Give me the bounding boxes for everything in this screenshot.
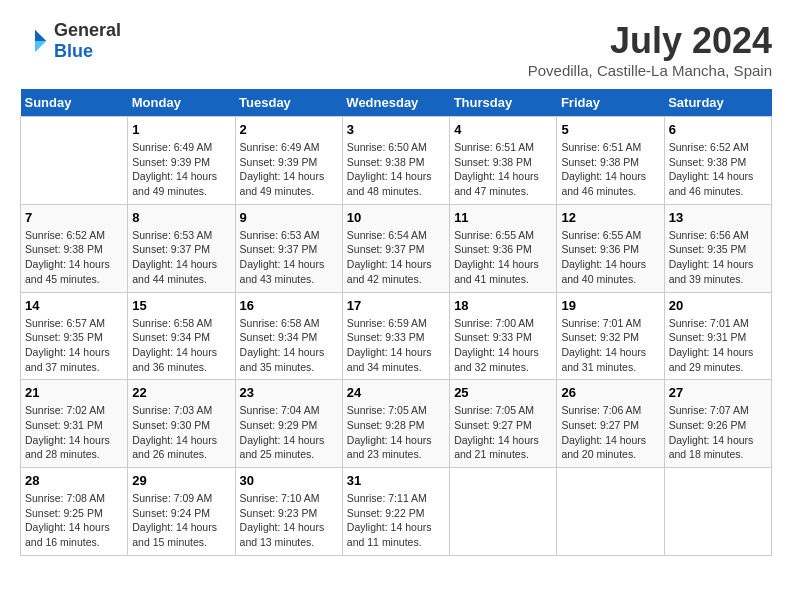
logo-general: General xyxy=(54,20,121,40)
svg-marker-0 xyxy=(35,30,46,41)
calendar-cell: 4Sunrise: 6:51 AM Sunset: 9:38 PM Daylig… xyxy=(450,117,557,205)
week-row-2: 7Sunrise: 6:52 AM Sunset: 9:38 PM Daylig… xyxy=(21,204,772,292)
day-content: Sunrise: 6:59 AM Sunset: 9:33 PM Dayligh… xyxy=(347,316,445,375)
day-content: Sunrise: 6:53 AM Sunset: 9:37 PM Dayligh… xyxy=(240,228,338,287)
calendar-cell: 15Sunrise: 6:58 AM Sunset: 9:34 PM Dayli… xyxy=(128,292,235,380)
day-number: 19 xyxy=(561,298,659,313)
day-number: 10 xyxy=(347,210,445,225)
day-content: Sunrise: 6:49 AM Sunset: 9:39 PM Dayligh… xyxy=(132,140,230,199)
calendar-cell: 27Sunrise: 7:07 AM Sunset: 9:26 PM Dayli… xyxy=(664,380,771,468)
header-row: SundayMondayTuesdayWednesdayThursdayFrid… xyxy=(21,89,772,117)
svg-marker-1 xyxy=(35,41,46,52)
day-number: 16 xyxy=(240,298,338,313)
title-block: July 2024 Povedilla, Castille-La Mancha,… xyxy=(528,20,772,79)
calendar-cell: 29Sunrise: 7:09 AM Sunset: 9:24 PM Dayli… xyxy=(128,468,235,556)
day-content: Sunrise: 6:58 AM Sunset: 9:34 PM Dayligh… xyxy=(240,316,338,375)
logo-icon xyxy=(20,26,50,56)
page-header: General Blue July 2024 Povedilla, Castil… xyxy=(20,20,772,79)
calendar-cell: 25Sunrise: 7:05 AM Sunset: 9:27 PM Dayli… xyxy=(450,380,557,468)
calendar-cell: 14Sunrise: 6:57 AM Sunset: 9:35 PM Dayli… xyxy=(21,292,128,380)
calendar-cell: 7Sunrise: 6:52 AM Sunset: 9:38 PM Daylig… xyxy=(21,204,128,292)
day-number: 6 xyxy=(669,122,767,137)
day-content: Sunrise: 6:53 AM Sunset: 9:37 PM Dayligh… xyxy=(132,228,230,287)
day-number: 17 xyxy=(347,298,445,313)
day-content: Sunrise: 7:05 AM Sunset: 9:28 PM Dayligh… xyxy=(347,403,445,462)
day-header-tuesday: Tuesday xyxy=(235,89,342,117)
day-content: Sunrise: 7:08 AM Sunset: 9:25 PM Dayligh… xyxy=(25,491,123,550)
day-content: Sunrise: 7:07 AM Sunset: 9:26 PM Dayligh… xyxy=(669,403,767,462)
day-content: Sunrise: 7:02 AM Sunset: 9:31 PM Dayligh… xyxy=(25,403,123,462)
day-number: 7 xyxy=(25,210,123,225)
calendar-cell xyxy=(21,117,128,205)
day-content: Sunrise: 7:01 AM Sunset: 9:32 PM Dayligh… xyxy=(561,316,659,375)
calendar-header: SundayMondayTuesdayWednesdayThursdayFrid… xyxy=(21,89,772,117)
day-number: 25 xyxy=(454,385,552,400)
day-content: Sunrise: 6:49 AM Sunset: 9:39 PM Dayligh… xyxy=(240,140,338,199)
day-content: Sunrise: 6:50 AM Sunset: 9:38 PM Dayligh… xyxy=(347,140,445,199)
calendar-cell: 1Sunrise: 6:49 AM Sunset: 9:39 PM Daylig… xyxy=(128,117,235,205)
calendar-cell: 12Sunrise: 6:55 AM Sunset: 9:36 PM Dayli… xyxy=(557,204,664,292)
day-content: Sunrise: 6:54 AM Sunset: 9:37 PM Dayligh… xyxy=(347,228,445,287)
calendar-cell: 20Sunrise: 7:01 AM Sunset: 9:31 PM Dayli… xyxy=(664,292,771,380)
day-content: Sunrise: 6:57 AM Sunset: 9:35 PM Dayligh… xyxy=(25,316,123,375)
day-number: 22 xyxy=(132,385,230,400)
day-header-sunday: Sunday xyxy=(21,89,128,117)
day-content: Sunrise: 7:05 AM Sunset: 9:27 PM Dayligh… xyxy=(454,403,552,462)
calendar-cell: 16Sunrise: 6:58 AM Sunset: 9:34 PM Dayli… xyxy=(235,292,342,380)
day-number: 15 xyxy=(132,298,230,313)
day-number: 8 xyxy=(132,210,230,225)
day-number: 31 xyxy=(347,473,445,488)
day-number: 2 xyxy=(240,122,338,137)
week-row-1: 1Sunrise: 6:49 AM Sunset: 9:39 PM Daylig… xyxy=(21,117,772,205)
day-number: 14 xyxy=(25,298,123,313)
day-content: Sunrise: 6:56 AM Sunset: 9:35 PM Dayligh… xyxy=(669,228,767,287)
day-number: 4 xyxy=(454,122,552,137)
calendar-cell: 24Sunrise: 7:05 AM Sunset: 9:28 PM Dayli… xyxy=(342,380,449,468)
day-number: 20 xyxy=(669,298,767,313)
day-header-saturday: Saturday xyxy=(664,89,771,117)
calendar-cell: 11Sunrise: 6:55 AM Sunset: 9:36 PM Dayli… xyxy=(450,204,557,292)
logo-text: General Blue xyxy=(54,20,121,62)
logo-blue: Blue xyxy=(54,41,93,61)
calendar-cell: 31Sunrise: 7:11 AM Sunset: 9:22 PM Dayli… xyxy=(342,468,449,556)
week-row-5: 28Sunrise: 7:08 AM Sunset: 9:25 PM Dayli… xyxy=(21,468,772,556)
calendar-body: 1Sunrise: 6:49 AM Sunset: 9:39 PM Daylig… xyxy=(21,117,772,556)
calendar-cell: 10Sunrise: 6:54 AM Sunset: 9:37 PM Dayli… xyxy=(342,204,449,292)
day-number: 27 xyxy=(669,385,767,400)
main-title: July 2024 xyxy=(528,20,772,62)
day-number: 26 xyxy=(561,385,659,400)
day-content: Sunrise: 6:51 AM Sunset: 9:38 PM Dayligh… xyxy=(454,140,552,199)
calendar-cell: 19Sunrise: 7:01 AM Sunset: 9:32 PM Dayli… xyxy=(557,292,664,380)
calendar-cell: 30Sunrise: 7:10 AM Sunset: 9:23 PM Dayli… xyxy=(235,468,342,556)
calendar-cell: 22Sunrise: 7:03 AM Sunset: 9:30 PM Dayli… xyxy=(128,380,235,468)
day-number: 3 xyxy=(347,122,445,137)
day-content: Sunrise: 6:52 AM Sunset: 9:38 PM Dayligh… xyxy=(25,228,123,287)
calendar-cell: 2Sunrise: 6:49 AM Sunset: 9:39 PM Daylig… xyxy=(235,117,342,205)
calendar-cell: 13Sunrise: 6:56 AM Sunset: 9:35 PM Dayli… xyxy=(664,204,771,292)
day-number: 30 xyxy=(240,473,338,488)
calendar-cell: 21Sunrise: 7:02 AM Sunset: 9:31 PM Dayli… xyxy=(21,380,128,468)
calendar-cell xyxy=(557,468,664,556)
day-number: 13 xyxy=(669,210,767,225)
day-content: Sunrise: 6:55 AM Sunset: 9:36 PM Dayligh… xyxy=(454,228,552,287)
logo: General Blue xyxy=(20,20,121,62)
calendar-cell xyxy=(450,468,557,556)
day-number: 18 xyxy=(454,298,552,313)
day-number: 21 xyxy=(25,385,123,400)
day-number: 23 xyxy=(240,385,338,400)
calendar-cell: 26Sunrise: 7:06 AM Sunset: 9:27 PM Dayli… xyxy=(557,380,664,468)
day-content: Sunrise: 7:04 AM Sunset: 9:29 PM Dayligh… xyxy=(240,403,338,462)
day-number: 1 xyxy=(132,122,230,137)
calendar-cell: 5Sunrise: 6:51 AM Sunset: 9:38 PM Daylig… xyxy=(557,117,664,205)
week-row-4: 21Sunrise: 7:02 AM Sunset: 9:31 PM Dayli… xyxy=(21,380,772,468)
day-content: Sunrise: 7:00 AM Sunset: 9:33 PM Dayligh… xyxy=(454,316,552,375)
day-header-friday: Friday xyxy=(557,89,664,117)
day-number: 11 xyxy=(454,210,552,225)
day-content: Sunrise: 7:06 AM Sunset: 9:27 PM Dayligh… xyxy=(561,403,659,462)
day-content: Sunrise: 7:09 AM Sunset: 9:24 PM Dayligh… xyxy=(132,491,230,550)
calendar-cell: 23Sunrise: 7:04 AM Sunset: 9:29 PM Dayli… xyxy=(235,380,342,468)
day-content: Sunrise: 6:51 AM Sunset: 9:38 PM Dayligh… xyxy=(561,140,659,199)
week-row-3: 14Sunrise: 6:57 AM Sunset: 9:35 PM Dayli… xyxy=(21,292,772,380)
calendar-cell: 18Sunrise: 7:00 AM Sunset: 9:33 PM Dayli… xyxy=(450,292,557,380)
day-content: Sunrise: 7:03 AM Sunset: 9:30 PM Dayligh… xyxy=(132,403,230,462)
